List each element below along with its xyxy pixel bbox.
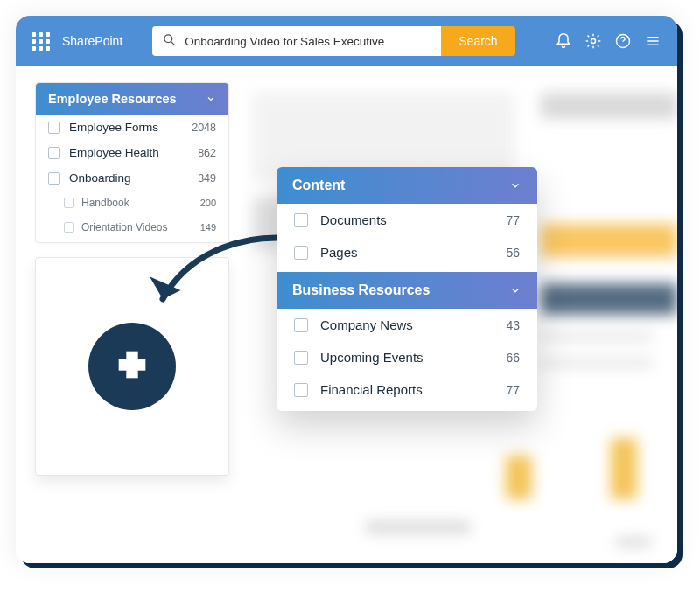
refiner-item[interactable]: Documents 77	[276, 204, 537, 236]
refiner-popup: Content Documents 77 Pages 56 Business R…	[276, 167, 537, 411]
refiner-label: Employee Forms	[69, 121, 192, 134]
search-wrapper: Search	[152, 26, 514, 56]
refiner-label: Onboarding	[69, 171, 198, 185]
app-launcher-icon[interactable]	[32, 32, 50, 51]
top-header: SharePoint Search	[16, 16, 677, 66]
checkbox[interactable]	[64, 198, 74, 208]
checkbox[interactable]	[48, 147, 60, 159]
refiner-label: Pages	[320, 245, 506, 260]
refiner-count: 66	[506, 351, 520, 365]
refiner-label: Orientation Videos	[81, 221, 200, 233]
notifications-icon[interactable]	[555, 32, 572, 50]
refiner-item[interactable]: Upcoming Events 66	[276, 341, 537, 373]
checkbox[interactable]	[48, 122, 60, 134]
refiner-item[interactable]: Pages 56	[276, 236, 537, 272]
refiner-subitem[interactable]: Orientation Videos 149	[36, 215, 228, 242]
checkbox[interactable]	[294, 351, 308, 365]
refiner-item[interactable]: Employee Forms 2048	[36, 115, 228, 140]
employee-resources-title: Employee Resources	[48, 92, 177, 106]
add-webpart-placeholder	[35, 257, 229, 476]
content-section-title: Content	[292, 178, 345, 193]
checkbox[interactable]	[294, 383, 308, 397]
checkbox[interactable]	[48, 172, 60, 185]
refiner-count: 349	[198, 172, 216, 185]
help-icon[interactable]	[614, 32, 632, 50]
content-section-header[interactable]: Content	[276, 167, 537, 204]
header-actions	[555, 32, 662, 50]
refiner-count: 149	[200, 222, 216, 233]
refiner-item[interactable]: Employee Health 862	[36, 140, 228, 165]
refiner-item[interactable]: Onboarding 349	[36, 165, 228, 191]
refiner-label: Financial Reports	[320, 382, 506, 397]
business-resources-header[interactable]: Business Resources	[276, 272, 537, 309]
refiner-subitem[interactable]: Handbook 200	[36, 191, 228, 215]
app-window: SharePoint Search	[16, 16, 677, 563]
svg-line-1	[172, 41, 175, 45]
search-box[interactable]	[152, 26, 441, 56]
checkbox[interactable]	[64, 222, 74, 233]
gear-icon[interactable]	[584, 32, 602, 50]
refiner-count: 56	[506, 246, 520, 260]
refiner-count: 200	[200, 198, 216, 208]
business-resources-title: Business Resources	[292, 282, 430, 298]
refiner-count: 862	[198, 147, 216, 159]
refiner-count: 2048	[192, 122, 216, 134]
brand-label: SharePoint	[62, 34, 122, 48]
search-icon	[163, 33, 185, 50]
refiner-label: Company News	[320, 317, 506, 332]
refiner-label: Documents	[320, 212, 506, 227]
employee-resources-panel: Employee Resources Employee Forms 2048 E…	[35, 82, 229, 243]
add-button[interactable]	[88, 323, 176, 410]
employee-resources-header[interactable]: Employee Resources	[36, 83, 228, 115]
plus-icon	[112, 345, 152, 388]
chevron-down-icon	[509, 179, 522, 192]
search-button[interactable]: Search	[441, 26, 514, 56]
refiner-count: 43	[506, 318, 520, 332]
svg-point-2	[592, 39, 596, 44]
body-area: Employee Resources Employee Forms 2048 E…	[16, 66, 677, 563]
menu-icon[interactable]	[644, 32, 662, 50]
checkbox[interactable]	[294, 318, 308, 332]
refiner-label: Handbook	[81, 197, 200, 209]
refiner-label: Upcoming Events	[320, 350, 506, 365]
checkbox[interactable]	[294, 246, 308, 260]
chevron-down-icon	[509, 284, 522, 296]
checkbox[interactable]	[294, 213, 308, 227]
refiner-label: Employee Health	[69, 146, 198, 159]
svg-point-4	[623, 45, 624, 45]
refiner-count: 77	[506, 383, 520, 397]
refiner-item[interactable]: Company News 43	[276, 309, 537, 341]
chevron-down-icon	[206, 94, 216, 104]
search-input[interactable]	[185, 35, 430, 48]
refiner-item[interactable]: Financial Reports 77	[276, 373, 537, 411]
refiner-count: 77	[506, 213, 520, 227]
